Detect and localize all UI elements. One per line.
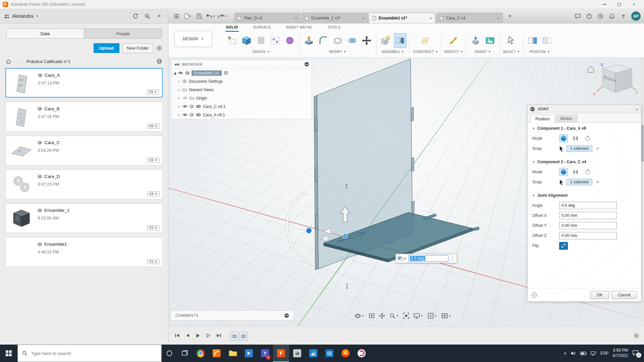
comment-icon[interactable] [573,11,582,21]
joint-tool-icon[interactable] [394,33,407,48]
measure-icon[interactable] [447,33,460,48]
cortana-button[interactable] [162,345,177,362]
search-input[interactable] [31,351,157,356]
fit-icon[interactable] [403,313,409,319]
search-button[interactable] [143,11,152,21]
version-badge[interactable]: V6▼ [147,124,159,129]
tab-people[interactable]: People [84,29,162,38]
collapsed-arrow-icon[interactable]: ▷ [178,80,180,83]
undo-button[interactable]: ▼ [206,11,215,21]
tab-position[interactable]: Position [530,115,555,123]
close-button[interactable]: × [627,0,641,9]
tab-data[interactable]: Data [6,29,84,38]
group-label-construct[interactable]: CONSTRUCT▼ [413,50,438,54]
snap-selection-chip[interactable]: 1 selected [567,145,592,152]
photos-icon[interactable] [305,345,321,362]
data-item-cara-a[interactable]: Cara_A 3:47:13 PM V9▼ [5,68,163,98]
clear-selection-icon[interactable]: × [596,146,599,151]
breadcrumb-folder[interactable]: Práctica Calificado n°1 [26,59,70,64]
volume-icon[interactable] [571,351,576,356]
avatar[interactable]: AP [631,11,641,21]
comments-bar[interactable]: COMMENTS [170,310,294,320]
job-status-icon[interactable] [584,11,594,21]
chrome-icon[interactable] [193,345,209,362]
collapsed-arrow-icon[interactable]: ▷ [178,113,180,117]
data-item-cara-c[interactable]: Cara_C 3:54:29 PM V4▼ [5,136,163,165]
tab-motion[interactable]: Motion [555,115,578,122]
data-item-ensamble-1[interactable]: Ensamble_1 9:23:05 AM V3▼ [5,203,163,233]
mode-simple-icon[interactable] [559,134,568,142]
new-tab-button[interactable]: + [506,12,514,20]
version-badge[interactable]: V1▼ [147,259,159,264]
dialog-collapse-icon[interactable] [530,107,535,111]
doc-tab-ensamble1-active[interactable]: Ensamble1 v1* × [369,13,435,23]
version-badge[interactable]: V4▼ [147,158,159,163]
browser-root-row[interactable]: ◢ Ensamble1 v1 [171,69,312,77]
camera-icon[interactable] [321,345,337,362]
tray-expand-icon[interactable]: ∧ [564,351,567,356]
browser-node-cara-c[interactable]: ▷ Cara_C v4:1 [171,102,312,111]
fusion-f-icon[interactable]: F [273,345,289,362]
panel-settings-gear-icon[interactable] [156,45,162,51]
data-item-cara-b[interactable]: Cara_B 3:47:16 PM V6▼ [5,102,163,131]
user-menu[interactable]: Alexandra [12,13,33,19]
move-copy-icon[interactable] [360,33,373,48]
clock-icon[interactable] [596,11,605,21]
collapse-left-icon[interactable]: ◀◀ [174,62,179,66]
tab-close-icon[interactable]: × [497,16,499,21]
capture-position-icon[interactable] [526,33,539,48]
timeline-settings-gear-icon[interactable] [634,333,639,339]
version-badge[interactable]: V9▼ [147,89,159,95]
tab-close-icon[interactable]: × [362,16,365,21]
scrollbar[interactable] [641,58,644,326]
timeline-step-forward-button[interactable] [204,331,212,340]
browser-node-cara-a[interactable]: ▷ Cara_A v9:1 [171,111,312,119]
file-menu-button[interactable]: ▼ [183,11,193,21]
apps-grid-icon[interactable] [172,11,181,21]
shell-icon[interactable] [331,33,344,48]
minimize-button[interactable] [597,0,612,9]
angle-input[interactable]: 0.0 deg [409,255,448,262]
taskbar-clock[interactable]: 3:58 PM 4/7/2021 [612,348,628,358]
section-expanded-icon[interactable]: ▼ [532,194,535,197]
group-label-position[interactable]: POSITION▼ [530,50,550,54]
movies-app-icon[interactable] [241,345,257,362]
group-label-assemble[interactable]: ASSEMBLE▼ [382,50,404,54]
save-button[interactable] [195,11,204,21]
media-app-icon[interactable] [354,345,370,362]
doc-tab-ensamble-1[interactable]: Ensamble_1 v3* × [302,13,368,23]
zoom-icon[interactable]: ▼ [389,313,399,319]
form-icon[interactable] [283,33,296,48]
fusion360-app-icon[interactable] [209,345,225,362]
timeline-joint-item-1[interactable] [230,331,238,341]
version-badge[interactable]: V3▼ [147,225,159,230]
box-icon[interactable] [240,33,253,48]
joint-type-icon[interactable]: ▼ [398,256,407,261]
timeline-play-button[interactable] [194,331,202,340]
revert-position-icon[interactable] [541,33,553,48]
tab-close-icon[interactable]: × [294,16,297,21]
data-item-cara-d[interactable]: Cara_D 3:47:23 PM V4▼ [5,170,163,199]
scrollbar-thumb[interactable] [641,125,644,162]
battery-icon[interactable] [580,352,587,355]
collapsed-arrow-icon[interactable]: ▷ [178,97,180,100]
pan-icon[interactable] [379,313,385,319]
timeline-step-back-button[interactable] [183,331,192,340]
visibility-eye-icon[interactable] [182,113,187,117]
construct-plane-icon[interactable] [419,33,432,48]
web-globe-icon[interactable] [157,59,162,64]
help-icon[interactable]: ? [619,11,628,21]
mode-between-faces-icon[interactable] [571,168,580,176]
offset-z-field[interactable]: 0.00 mm [559,232,617,239]
mode-simple-icon[interactable] [559,168,568,176]
browser-collapse-icon[interactable] [305,62,309,66]
snap-selection-chip[interactable]: 1 selected [567,179,592,185]
group-label-select[interactable]: SELECT▼ [503,50,520,54]
display-settings-icon[interactable]: ▼ [414,313,423,319]
upload-button[interactable]: Upload [94,43,119,53]
combine-icon[interactable] [346,33,359,48]
insert-canvas-icon[interactable] [484,33,496,48]
dock-right-icon[interactable]: » [636,107,638,112]
doc-tab-plan-d[interactable]: Plan_D v2 × [234,13,301,23]
action-center-button[interactable]: 2 [632,350,640,357]
